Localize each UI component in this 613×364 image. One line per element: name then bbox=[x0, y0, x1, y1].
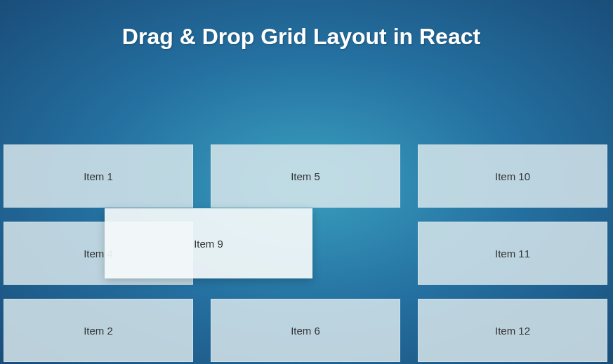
page-title: Drag & Drop Grid Layout in React bbox=[0, 0, 613, 64]
grid-item-label: Item 6 bbox=[291, 325, 320, 337]
grid-item-label: Item 11 bbox=[495, 248, 530, 259]
grid-item[interactable]: Item 11 bbox=[418, 222, 607, 285]
grid-item-label: Item 9 bbox=[194, 238, 223, 250]
grid-item[interactable]: Item 5 bbox=[211, 144, 400, 208]
grid-item-label: Item 5 bbox=[291, 170, 320, 182]
grid-item-label: Item 12 bbox=[495, 325, 530, 337]
grid-item-label: Item 1 bbox=[84, 170, 113, 182]
grid-item-dragging[interactable]: Item 9 bbox=[105, 208, 312, 278]
grid-item[interactable]: Item 10 bbox=[418, 144, 607, 208]
grid-item[interactable]: Item 12 bbox=[418, 299, 607, 362]
grid-item[interactable]: Item 2 bbox=[4, 299, 193, 362]
grid-item[interactable]: Item 6 bbox=[211, 299, 400, 362]
grid-item-label: Item 10 bbox=[495, 170, 530, 182]
grid-item-label: Item 2 bbox=[84, 325, 113, 337]
grid-item[interactable]: Item 1 bbox=[4, 144, 193, 208]
